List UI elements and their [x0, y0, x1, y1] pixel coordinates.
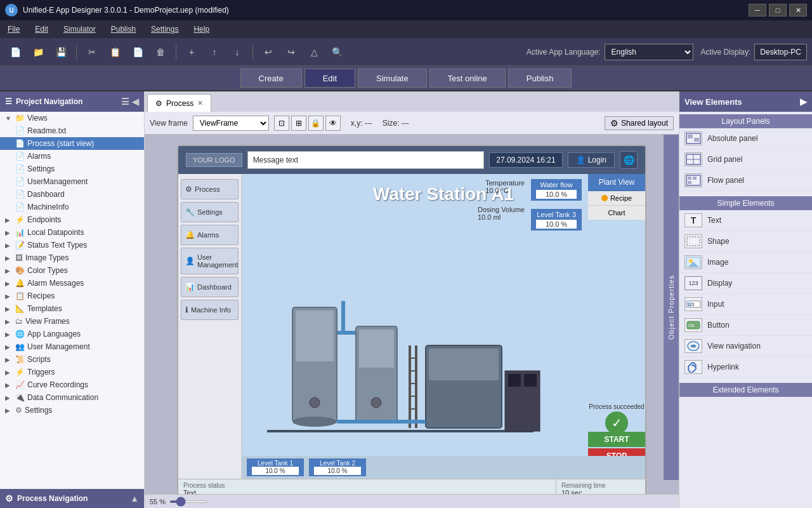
cut-button[interactable]: ✂: [82, 42, 102, 62]
tree-group-alarm-msg[interactable]: ▶ 🔔 Alarm Messages: [0, 277, 144, 290]
view-frame-select[interactable]: ViewFrame: [193, 116, 269, 131]
object-properties-tab[interactable]: Object Properties: [664, 135, 679, 480]
down-button[interactable]: ↓: [227, 42, 247, 62]
tree-item-readme[interactable]: 📄 Readme.txt: [0, 124, 144, 137]
tree-item-alarms[interactable]: 📄 Alarms: [0, 150, 144, 163]
element-view-navigation[interactable]: View navigation: [679, 336, 812, 357]
chart-button[interactable]: Chart: [588, 206, 645, 220]
nav-alarms-label: Alarms: [197, 231, 219, 239]
tree-group-triggers[interactable]: ▶ ⚡ Triggers: [0, 366, 144, 378]
open-button[interactable]: 📁: [28, 42, 48, 62]
tree-group-image-types[interactable]: ▶ 🖼 Image Types: [0, 251, 144, 264]
tree-item-machine-info[interactable]: 📄 MachineInfo: [0, 201, 144, 213]
menu-publish[interactable]: Publish: [108, 23, 138, 35]
shared-layout-button[interactable]: ⚙ Shared layout: [605, 116, 674, 130]
element-image[interactable]: Image: [679, 252, 812, 273]
nav-process[interactable]: ⚙ Process: [181, 179, 239, 199]
tree-group-view-frames[interactable]: ▶ 🗂 View Frames: [0, 315, 144, 328]
nav-settings[interactable]: 🔧 Settings: [181, 202, 239, 222]
view-icon-fit[interactable]: ⊡: [274, 116, 289, 131]
element-text[interactable]: T Text: [679, 210, 812, 231]
test-online-button[interactable]: Test online: [429, 69, 506, 88]
menu-help[interactable]: Help: [191, 23, 212, 35]
tree-group-data-comm[interactable]: ▶ 🔌 Data Communication: [0, 391, 144, 404]
start-button[interactable]: START: [588, 432, 645, 447]
nav-user-management[interactable]: 👤 User Management: [181, 248, 239, 274]
right-panel-expand-icon[interactable]: ▶: [800, 97, 807, 107]
element-flow-panel[interactable]: Flow panel: [679, 170, 812, 191]
edit-button[interactable]: Edit: [304, 69, 355, 88]
view-icon-lock[interactable]: 🔒: [308, 116, 324, 131]
canvas-login-button[interactable]: 👤 Login: [568, 152, 615, 168]
water-flow-value: 10.0 %: [536, 190, 577, 199]
menu-settings[interactable]: Settings: [148, 23, 181, 35]
nav-machine-label: Machine Info: [191, 306, 231, 314]
panel-collapse-icon[interactable]: ◀: [132, 97, 139, 107]
window-controls: ─ □ ✕: [749, 4, 807, 17]
redo-button[interactable]: ↪: [281, 42, 301, 62]
element-shape[interactable]: Shape: [679, 231, 812, 252]
element-grid-panel[interactable]: Grid panel: [679, 149, 812, 170]
tree-item-settings[interactable]: 📄 Settings: [0, 163, 144, 175]
zoom-slider[interactable]: [169, 500, 207, 503]
view-icon-preview[interactable]: 👁: [325, 116, 341, 131]
tree-group-status-text[interactable]: ▶ 📝 Status Text Types: [0, 239, 144, 251]
copy-button[interactable]: 📋: [105, 42, 125, 62]
tab-close-icon[interactable]: ✕: [197, 99, 203, 107]
tree-group-app-languages[interactable]: ▶ 🌐 App Languages: [0, 328, 144, 340]
tree-group-color-types[interactable]: ▶ 🎨 Color Types: [0, 264, 144, 277]
save-button[interactable]: 💾: [51, 42, 71, 62]
nav-dashboard[interactable]: 📊 Dashboard: [181, 277, 239, 297]
undo-button[interactable]: ↩: [258, 42, 278, 62]
canvas-globe-button[interactable]: 🌐: [620, 151, 638, 169]
curve-rec-expand-icon: ▶: [5, 382, 13, 389]
create-button[interactable]: Create: [240, 69, 302, 88]
tab-process[interactable]: ⚙ Process ✕: [147, 94, 211, 112]
element-hyperlink[interactable]: Hyperlink: [679, 357, 812, 378]
triangle-button[interactable]: △: [304, 42, 324, 62]
element-absolute-panel[interactable]: Absolute panel: [679, 128, 812, 149]
maximize-button[interactable]: □: [769, 4, 787, 17]
close-button[interactable]: ✕: [789, 4, 807, 17]
tree-item-dashboard[interactable]: 📄 Dashboard: [0, 188, 144, 201]
recipe-button[interactable]: Recipe: [588, 191, 645, 206]
tree-item-user-mgmt[interactable]: 📄 UserManagement: [0, 175, 144, 188]
publish-button[interactable]: Publish: [508, 69, 572, 88]
view-icon-center[interactable]: ⊞: [291, 116, 306, 131]
panel-menu-icon[interactable]: ☰: [121, 97, 129, 107]
delete-button[interactable]: 🗑: [150, 42, 171, 62]
up-button[interactable]: ↑: [204, 42, 225, 62]
tree-group-endpoints[interactable]: ▶ ⚡ Endpoints: [0, 213, 144, 226]
tree-group-templates[interactable]: ▶ 📐 Templates: [0, 302, 144, 315]
nav-machine-info[interactable]: ℹ Machine Info: [181, 300, 239, 320]
language-select[interactable]: English: [605, 44, 693, 60]
element-input[interactable]: 123 Input: [679, 294, 812, 315]
tree-item-process[interactable]: 📄 Process (start view): [0, 137, 144, 150]
svg-rect-8: [359, 330, 394, 368]
minimize-button[interactable]: ─: [749, 4, 766, 17]
process-nav-collapse-icon[interactable]: ▲: [130, 493, 139, 504]
element-button[interactable]: OK Button: [679, 315, 812, 336]
remaining-time-value: 10 sec: [561, 489, 640, 494]
add-button[interactable]: +: [181, 42, 202, 62]
nav-alarms[interactable]: 🔔 Alarms: [181, 225, 239, 245]
simulate-button[interactable]: Simulate: [358, 69, 427, 88]
tree-group-views[interactable]: ▼ 📁 Views: [0, 112, 144, 124]
menu-file[interactable]: File: [5, 23, 22, 35]
separator-2: [176, 44, 176, 60]
element-display[interactable]: 123 Display: [679, 273, 812, 294]
tree-group-user-management[interactable]: ▶ 👥 User Management: [0, 340, 144, 353]
tree-group-recipes[interactable]: ▶ 📋 Recipes: [0, 290, 144, 302]
tree-group-scripts[interactable]: ▶ 📜 Scripts: [0, 353, 144, 366]
menu-edit[interactable]: Edit: [32, 23, 51, 35]
svg-point-6: [292, 417, 337, 427]
plant-view-button[interactable]: Plant View: [588, 174, 645, 191]
menu-simulator[interactable]: Simulator: [61, 23, 98, 35]
search-button[interactable]: 🔍: [327, 42, 347, 62]
paste-button[interactable]: 📄: [128, 42, 148, 62]
new-button[interactable]: 📄: [5, 42, 25, 62]
tree-group-settings-bottom[interactable]: ▶ ⚙ Settings: [0, 404, 144, 417]
tree-group-local-dp[interactable]: ▶ 📊 Local Datapoints: [0, 226, 144, 239]
tree-group-curve-rec[interactable]: ▶ 📈 Curve Recordings: [0, 378, 144, 391]
process-succeeded-indicator: Process succeeded ✓: [588, 403, 645, 434]
